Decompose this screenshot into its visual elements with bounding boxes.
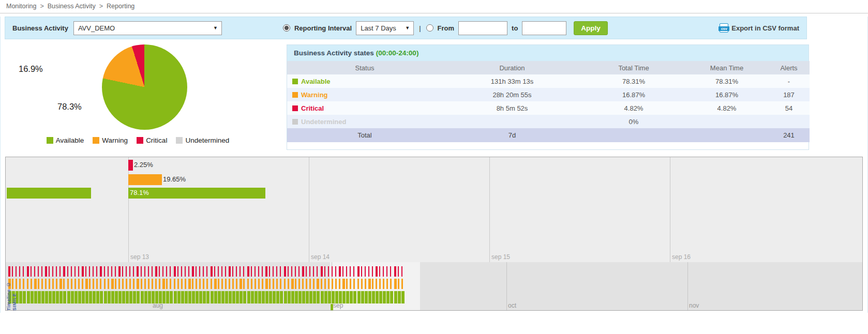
available-ticks (41, 291, 44, 303)
warning-ticks (372, 279, 373, 289)
critical-ticks (211, 266, 213, 277)
total-duration: 7d (442, 128, 582, 142)
breadcrumb-separator: > (99, 3, 103, 10)
critical-ticks (368, 266, 369, 277)
critical-ticks (394, 266, 396, 277)
critical-ticks (144, 266, 145, 277)
apply-button[interactable]: Apply (574, 21, 608, 35)
pie-legend: Available Warning Critical Undetermined (5, 136, 271, 144)
warning-ticks (85, 279, 88, 289)
warning-ticks (206, 279, 208, 289)
critical-ticks (67, 266, 68, 277)
available-ticks (306, 291, 309, 303)
warning-ticks (19, 279, 21, 289)
available-ticks (166, 291, 169, 303)
timeline-overview-band[interactable]: augsepoctnov (6, 262, 862, 310)
critical-ticks (100, 266, 102, 277)
warning-ticks (269, 279, 271, 289)
breadcrumb: Monitoring>Business Activity>Reporting (0, 0, 868, 13)
critical-ticks (342, 266, 343, 277)
timeline-critical-bar (128, 160, 133, 171)
critical-ticks (401, 266, 402, 277)
critical-ticks (152, 266, 153, 277)
critical-ticks (59, 266, 61, 277)
available-ticks (118, 291, 122, 303)
available-ticks (63, 291, 66, 303)
critical-ticks (27, 266, 29, 277)
warning-ticks (126, 279, 127, 289)
available-ticks (67, 291, 70, 303)
available-ticks (115, 291, 118, 303)
available-ticks (269, 291, 272, 303)
custom-range-radio[interactable] (426, 24, 433, 32)
critical-ticks (203, 266, 204, 277)
undetermined-swatch-icon (176, 137, 183, 144)
states-table: Status Duration Total Time Mean Time Ale… (287, 61, 810, 142)
available-duration: 131h 33m 13s (442, 74, 582, 88)
warning-ticks (71, 279, 72, 289)
available-ticks (82, 291, 85, 303)
available-swatch-icon (47, 137, 53, 144)
available-ticks (177, 291, 181, 303)
states-time-range: (00:00-24:00) (376, 49, 419, 57)
table-row-total: Total 7d 241 (287, 128, 810, 142)
reporting-summary-row: 78.3% 16.9% Available Warning Critical U… (5, 43, 867, 150)
critical-ticks (185, 266, 186, 277)
reporting-interval-radio[interactable] (283, 24, 290, 32)
available-ticks (262, 291, 265, 303)
critical-ticks (108, 266, 109, 277)
col-mean-time: Mean Time (685, 61, 768, 74)
undetermined-swatch-icon (292, 119, 298, 125)
critical-ticks (383, 266, 384, 277)
available-ticks (288, 291, 291, 303)
critical-ticks (137, 266, 139, 277)
warning-ticks (401, 279, 403, 289)
timeline-sep-marker (331, 304, 333, 311)
breadcrumb-business-activity[interactable]: Business Activity (48, 3, 96, 10)
critical-ticks (225, 266, 226, 277)
to-date-input[interactable] (522, 21, 566, 35)
interval-select[interactable]: Last 7 Days (356, 22, 413, 35)
critical-swatch-icon (292, 105, 298, 111)
status-warning: Warning (287, 88, 442, 101)
critical-mean-time: 4.82% (685, 101, 768, 115)
available-ticks (31, 291, 34, 303)
timeline-available-bar: 78.1% (128, 188, 265, 199)
from-label: From (438, 24, 455, 32)
status-critical: Critical (287, 101, 442, 115)
undetermined-mean-time (685, 115, 768, 128)
critical-ticks (45, 266, 47, 277)
critical-ticks (174, 266, 176, 277)
total-alerts: 241 (768, 128, 810, 142)
warning-duration: 28h 20m 55s (442, 88, 582, 101)
critical-ticks (218, 266, 219, 277)
warning-ticks (398, 279, 399, 289)
critical-ticks (339, 266, 341, 277)
available-ticks (353, 291, 356, 303)
from-date-input[interactable] (458, 21, 507, 35)
warning-ticks (41, 279, 43, 289)
available-ticks (243, 291, 246, 303)
business-activity-select[interactable]: AVV_DEMO (74, 22, 221, 35)
warning-ticks (295, 279, 296, 289)
export-csv[interactable]: csv Export in CSV format (720, 23, 799, 33)
critical-ticks (49, 266, 50, 277)
timeline-detail-band[interactable]: sep 13sep 14sep 15sep 162.25%19.65%78.1% (6, 157, 862, 262)
available-ticks (74, 291, 78, 303)
warning-ticks (221, 279, 223, 289)
critical-ticks (357, 266, 360, 277)
critical-ticks (74, 266, 76, 277)
warning-ticks (243, 279, 245, 289)
breadcrumb-reporting[interactable]: Reporting (107, 3, 134, 10)
warning-ticks (152, 279, 153, 289)
available-ticks (108, 291, 111, 303)
critical-ticks (214, 266, 215, 277)
timeline-day-label: sep 13 (130, 253, 149, 261)
critical-ticks (265, 266, 267, 277)
breadcrumb-monitoring[interactable]: Monitoring (6, 3, 36, 10)
critical-ticks (196, 266, 197, 277)
warning-mean-time: 16.87% (685, 88, 768, 101)
available-ticks (170, 291, 173, 303)
available-ticks (346, 291, 349, 303)
undetermined-duration (442, 115, 582, 128)
